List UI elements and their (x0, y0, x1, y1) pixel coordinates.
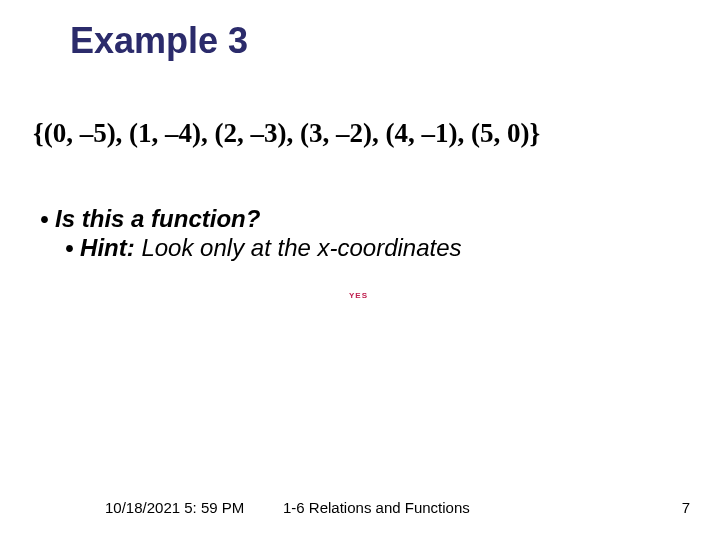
footer-page-number: 7 (682, 499, 690, 516)
footer-section: 1-6 Relations and Functions (283, 499, 470, 516)
hint-text: Look only at the x-coordinates (135, 234, 462, 261)
slide: Example 3 {(0, –5), (1, –4), (2, –3), (3… (0, 0, 720, 540)
question-line-2: • Hint: Look only at the x-coordinates (65, 234, 462, 262)
slide-title: Example 3 (70, 20, 248, 62)
footer-date: 10/18/2021 5: 59 PM (105, 499, 244, 516)
answer-yes: YES (349, 291, 368, 300)
hint-label: • Hint: (65, 234, 135, 261)
set-expression: {(0, –5), (1, –4), (2, –3), (3, –2), (4,… (33, 118, 540, 149)
question-line-1: • Is this a function? (40, 205, 260, 233)
